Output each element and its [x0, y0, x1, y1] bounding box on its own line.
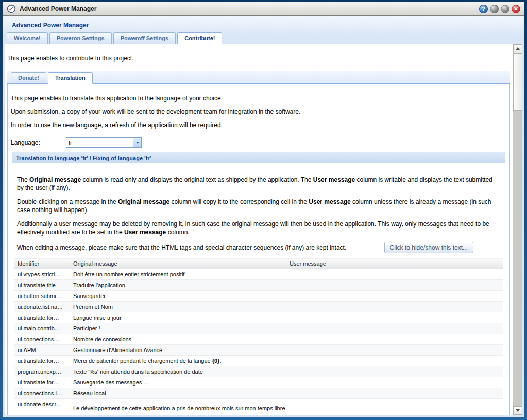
tab-contribute[interactable]: Contribute! [177, 32, 222, 44]
messages-grid: IdentifierOriginal messageUser message u… [14, 258, 503, 414]
table-row: ui.connections.…Nombre de connexions [14, 334, 503, 345]
cell-user-message[interactable] [286, 312, 503, 323]
tab-content: This page enables to contribute to this … [5, 44, 522, 415]
window-titlebar[interactable]: Advanced Power Manager ?+✕ [3, 2, 524, 16]
grid-header-row: IdentifierOriginal messageUser message [14, 258, 503, 269]
cell-original-message[interactable]: Sauvegarder [70, 291, 286, 302]
window-title: Advanced Power Manager [20, 5, 477, 12]
cell-user-message[interactable] [286, 302, 503, 312]
main-panel: Advanced Power Manager Welcome!Poweron S… [3, 16, 524, 417]
cell-identifier: ui.donate.list.na… [14, 302, 70, 312]
cell-original-message[interactable]: Le développement de cette application a … [70, 399, 286, 414]
cell-original-message[interactable]: Prénom et Nom [70, 302, 286, 312]
help-text-block: The Original message column is read-only… [14, 176, 503, 236]
cell-identifier: ui.translate.for… [14, 356, 70, 366]
maximize-button[interactable]: + [501, 5, 509, 13]
cell-identifier: ui.connections.… [14, 334, 70, 345]
cell-original-message[interactable]: Participer ! [70, 323, 286, 334]
cell-identifier: ui.translate.title [14, 280, 70, 291]
help-paragraph: Double-clicking on a message in the Orig… [17, 198, 500, 214]
help-icon: ? [482, 6, 485, 12]
contribute-intro-text: This page enables to contribute to this … [7, 55, 513, 62]
language-label: Language: [11, 139, 66, 146]
column-header-identifier[interactable]: Identifier [14, 258, 70, 269]
hide-show-text-button[interactable]: Click to hide/show this text... [384, 242, 473, 253]
scrollbar-thumb[interactable] [513, 53, 522, 111]
app-window: Advanced Power Manager ?+✕ Advanced Powe… [0, 0, 527, 420]
main-tabstrip: Welcome!Poweron SettingsPoweroff Setting… [5, 31, 522, 44]
cell-original-message[interactable]: Traduire l'application [70, 280, 286, 291]
cell-user-message[interactable] [286, 269, 503, 280]
cell-original-message[interactable]: Réseau local [70, 388, 286, 399]
cell-user-message[interactable] [286, 388, 503, 399]
table-row: ui.main.contrib…Participer ! [14, 323, 503, 334]
cell-original-message[interactable]: Texte '%s' non attendu dans la spécifica… [70, 366, 286, 377]
table-row: ui.translate.for…Langue mise à jour [14, 312, 503, 323]
cell-user-message[interactable] [286, 377, 503, 388]
cell-user-message[interactable] [286, 366, 503, 377]
cell-user-message[interactable] [286, 399, 503, 414]
cell-original-message[interactable]: Langue mise à jour [70, 312, 286, 323]
sub-tabstrip: Donate!Translation [7, 71, 510, 84]
cell-identifier: ui.donate.descr… [14, 399, 70, 414]
translation-paragraph: Upon submission, a copy of your work wil… [11, 108, 509, 116]
translation-paragraph: This page enables to translate this appl… [11, 94, 509, 102]
language-dropdown-trigger[interactable] [133, 137, 142, 148]
cell-user-message[interactable] [286, 291, 503, 302]
arrow-down-icon [516, 409, 520, 414]
scrollbar-grip-icon [516, 81, 520, 83]
scrollable-content: This page enables to contribute to this … [5, 44, 513, 415]
cell-identifier: ui.translate.for… [14, 312, 70, 323]
cell-original-message[interactable]: Nombre de connexions [70, 334, 286, 345]
chevron-down-icon [136, 142, 139, 144]
table-row: ui.connections.l…Réseau local [14, 388, 503, 399]
vertical-scrollbar[interactable] [513, 44, 522, 415]
cell-identifier: ui.main.contrib… [14, 323, 70, 334]
cell-identifier: ui.translate.for… [14, 377, 70, 388]
cell-user-message[interactable] [286, 323, 503, 334]
translation-paragraph: In order to use the new language, a refr… [11, 121, 509, 129]
cell-original-message[interactable]: Sauvegarde des messages ... [70, 377, 286, 388]
table-row: ui.translate.titleTraduire l'application [14, 280, 503, 291]
maximize-icon: + [503, 6, 506, 12]
subtab-translation[interactable]: Translation [48, 72, 93, 84]
tab-poweroff-settings[interactable]: Poweroff Settings [113, 32, 176, 44]
help-paragraph: The Original message column is read-only… [17, 176, 500, 192]
close-icon: ✕ [514, 6, 518, 12]
cell-identifier: ui.button.submi… [14, 291, 70, 302]
cell-original-message[interactable]: Doit être un nombre entier strictement p… [70, 269, 286, 280]
cell-original-message[interactable]: Gestionnaire d'Alimentation Avancé [70, 345, 286, 356]
cell-original-message[interactable]: Merci de patienter pendant le chargement… [70, 356, 286, 366]
translation-fieldset-body: The Original message column is read-only… [12, 163, 505, 415]
help-paragraph: When editing a message, please make sure… [17, 243, 346, 252]
close-button[interactable]: ✕ [512, 5, 520, 13]
table-row: ui.translate.for…Merci de patienter pend… [14, 356, 503, 366]
scroll-up-button[interactable] [513, 44, 522, 53]
tab-poweron-settings[interactable]: Poweron Settings [49, 32, 112, 44]
panel-title: Advanced Power Manager [5, 20, 522, 31]
shade-button[interactable] [490, 5, 499, 13]
table-row: ui.donate.descr…Le développement de cett… [14, 399, 503, 414]
cell-user-message[interactable] [286, 345, 503, 356]
language-row: Language: [11, 137, 509, 148]
cell-user-message[interactable] [286, 356, 503, 366]
cell-identifier: ui.vtypes.strictl… [14, 269, 70, 280]
help-button[interactable]: ? [479, 5, 488, 13]
language-input[interactable] [66, 137, 133, 148]
subtab-donate[interactable]: Donate! [11, 72, 46, 83]
column-header-original-message[interactable]: Original message [70, 258, 286, 269]
table-row: ui.APMGestionnaire d'Alimentation Avancé [14, 345, 503, 356]
column-header-user-message[interactable]: User message [286, 258, 503, 269]
table-row: ui.button.submi…Sauvegarder [14, 291, 503, 302]
arrow-up-icon [516, 45, 520, 50]
window-controls: ?+✕ [477, 5, 520, 13]
cell-identifier: ui.APM [14, 345, 70, 356]
cell-identifier: program.unexp… [14, 366, 70, 377]
cell-user-message[interactable] [286, 280, 503, 291]
table-row: ui.translate.for…Sauvegarde des messages… [14, 377, 503, 388]
cell-user-message[interactable] [286, 334, 503, 345]
language-combobox [66, 137, 142, 148]
scroll-down-button[interactable] [513, 406, 522, 415]
tab-welcome[interactable]: Welcome! [7, 32, 48, 44]
table-row: ui.vtypes.strictl…Doit être un nombre en… [14, 269, 503, 280]
